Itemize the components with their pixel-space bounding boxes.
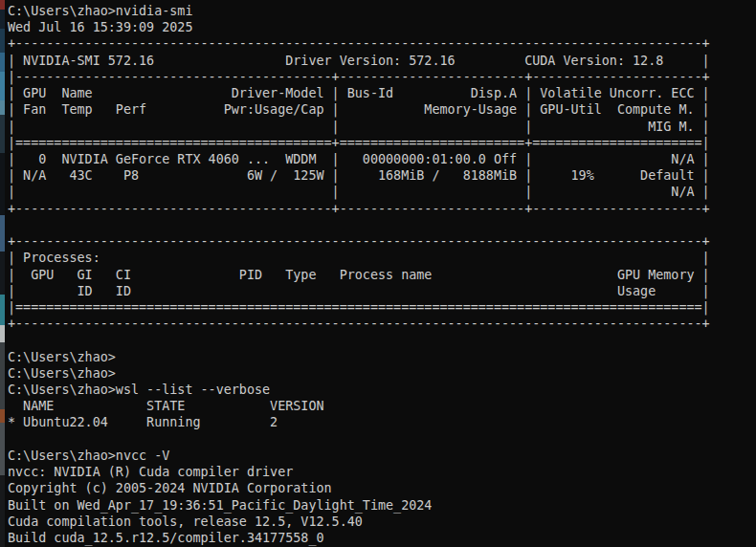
terminal-line-nvcc-build: Build cuda_12.5.r12.5/compiler.34177558_… — [8, 530, 756, 546]
terminal-line-nvcc-copyright: Copyright (c) 2005-2024 NVIDIA Corporati… — [8, 480, 756, 496]
terminal-line-table-border: +---------------------------------------… — [8, 35, 756, 52]
terminal-line-processes-header-1: | GPU GI CI PID Type Process name GPU Me… — [8, 267, 756, 283]
terminal-line-column-header-1: | GPU Name Driver-Model | Bus-Id Disp.A … — [8, 85, 756, 101]
terminal-line-timestamp: Wed Jul 16 15:39:09 2025 — [8, 19, 756, 35]
terminal-line-table-bottom-border: +---------------------------------------… — [8, 201, 756, 217]
terminal-line-smi-version-header: | NVIDIA-SMI 572.16 Driver Version: 572.… — [8, 53, 756, 69]
terminal-line-processes-title: | Processes: | — [8, 250, 756, 266]
terminal-line-nvcc-driver: nvcc: NVIDIA (R) Cuda compiler driver — [8, 464, 756, 480]
terminal-line-table-divider: |---------------------------------------… — [8, 69, 756, 85]
background-window-sliver — [0, 0, 5, 547]
terminal-line-processes-bottom-border: +---------------------------------------… — [8, 316, 756, 332]
terminal-line-column-header-3: | | | MIG M. | — [8, 119, 756, 135]
terminal-line-table-separator: |=======================================… — [8, 135, 756, 151]
terminal-line-prompt-wsl-list: C:\Users\zhao>wsl --list --verbose — [8, 382, 756, 398]
terminal-line-gpu-row-3: | | | N/A | — [8, 184, 756, 200]
terminal-line-nvcc-release: Cuda compilation tools, release 12.5, V1… — [8, 514, 756, 530]
terminal-line-prompt-nvidia-smi: C:\Users\zhao>nvidia-smi — [8, 3, 756, 19]
terminal-line-wsl-header: NAME STATE VERSION — [8, 398, 756, 414]
terminal-line-processes-separator: |=======================================… — [8, 299, 756, 316]
terminal-screen[interactable]: C:\Users\zhao>nvidia-smi Wed Jul 16 15:3… — [5, 0, 756, 547]
terminal-line-gpu-row-2: | N/A 43C P8 6W / 125W | 168MiB / 8188Mi… — [8, 167, 756, 184]
terminal-line-wsl-distro-row: * Ubuntu22.04 Running 2 — [8, 414, 756, 430]
terminal-line-processes-border: +---------------------------------------… — [8, 233, 756, 250]
terminal-line-nvcc-built-on: Built on Wed_Apr_17_19:36:51_Pacific_Day… — [8, 497, 756, 514]
terminal-line-prompt-empty-1: C:\Users\zhao> — [8, 349, 756, 365]
terminal-line-prompt-empty-2: C:\Users\zhao> — [8, 365, 756, 382]
terminal-line-prompt-nvcc: C:\Users\zhao>nvcc -V — [8, 448, 756, 464]
terminal-line-gpu-row-1: | 0 NVIDIA GeForce RTX 4060 ... WDDM | 0… — [8, 151, 756, 167]
terminal-line-blank — [8, 431, 756, 448]
terminal-line-blank — [8, 217, 756, 233]
terminal-line-processes-header-2: | ID ID Usage | — [8, 283, 756, 299]
terminal-line-blank — [8, 332, 756, 348]
terminal-line-column-header-2: | Fan Temp Perf Pwr:Usage/Cap | Memory-U… — [8, 101, 756, 118]
